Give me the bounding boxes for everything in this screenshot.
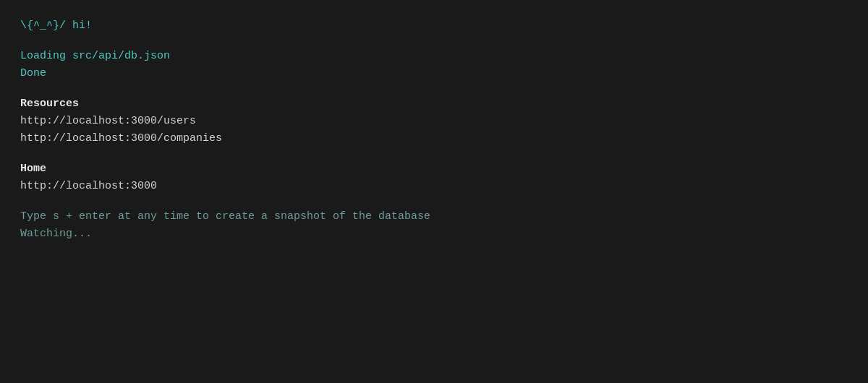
resources-heading: Resources	[20, 95, 848, 113]
home-url-line: http://localhost:3000	[20, 178, 848, 195]
snapshot-hint-line: Type s + enter at any time to create a s…	[20, 208, 848, 225]
home-heading: Home	[20, 160, 848, 178]
resource-companies-line: http://localhost:3000/companies	[20, 130, 848, 147]
resource-users-line: http://localhost:3000/users	[20, 113, 848, 130]
done-line: Done	[20, 65, 848, 82]
loading-line: Loading src/api/db.json	[20, 48, 848, 65]
terminal-window: \{^_^}/ hi! Loading src/api/db.json Done…	[0, 0, 868, 383]
greeting-line: \{^_^}/ hi!	[20, 17, 848, 35]
watching-line: Watching...	[20, 225, 848, 243]
